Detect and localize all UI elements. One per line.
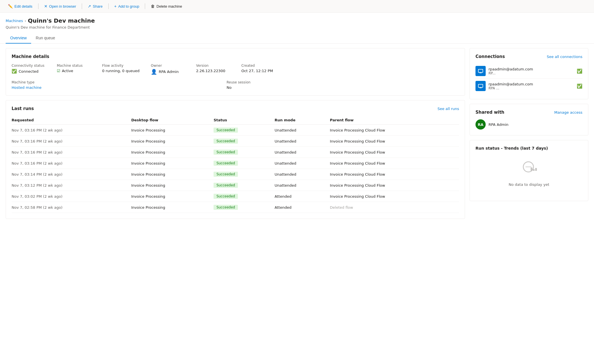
user-item: RA RPA Admin (475, 119, 582, 130)
shared-with-header: Shared with Manage access (475, 110, 582, 115)
connection-item: rpaadmin@adatum.comRP...✅ (475, 64, 582, 79)
connection-icon (475, 81, 486, 91)
last-runs-card: Last runs See all runs Requested Desktop… (6, 100, 465, 219)
version: Version 2.26.123.22300 (196, 64, 230, 75)
svg-rect-9 (531, 167, 532, 171)
svg-rect-10 (533, 169, 535, 171)
table-row[interactable]: Nov 7, 03:12 PM (2 wk ago)Invoice Proces… (12, 180, 459, 191)
table-row[interactable]: Nov 7, 03:14 PM (2 wk ago)Invoice Proces… (12, 169, 459, 180)
manage-access-link[interactable]: Manage access (554, 110, 582, 115)
machine-type: Machine type Hosted machine (12, 80, 46, 90)
add-icon: + (114, 4, 117, 8)
external-link-icon: ✕ (44, 4, 48, 8)
connection-status-icon: ✅ (577, 68, 582, 74)
edit-details-button[interactable]: ✏️ Edit details (5, 2, 36, 10)
svg-rect-11 (535, 168, 537, 171)
connections-list: rpaadmin@adatum.comRP...✅rpaadmin@adatum… (475, 64, 582, 93)
trends-title: Run status - Trends (last 7 days) (475, 146, 582, 150)
machine-details-card: Machine details Connectivity status ✅ Co… (6, 48, 465, 96)
shared-with-card: Shared with Manage access RA RPA Admin (470, 104, 588, 135)
svg-rect-3 (480, 72, 481, 73)
table-row[interactable]: Nov 7, 02:58 PM (2 wk ago)Invoice Proces… (12, 202, 459, 213)
delete-icon: 🗑 (151, 4, 155, 8)
see-all-runs-link[interactable]: See all runs (438, 107, 459, 111)
machine-status: Machine status ☑ Active (57, 64, 91, 75)
toolbar-separator-2 (82, 3, 82, 9)
see-all-connections-link[interactable]: See all connections (547, 55, 582, 59)
col-requested: Requested (12, 116, 131, 125)
connections-card: Connections See all connections rpaadmin… (470, 48, 588, 99)
open-browser-button[interactable]: ✕ Open in browser (41, 2, 79, 10)
toolbar: ✏️ Edit details ✕ Open in browser ↗ Shar… (0, 0, 594, 13)
owner: Owner 👤 RPA Admin (151, 64, 185, 75)
svg-rect-7 (480, 87, 481, 88)
page-title: Quinn's Dev machine (28, 17, 95, 24)
toolbar-separator-3 (108, 3, 109, 9)
toolbar-separator-4 (145, 3, 145, 9)
tab-overview[interactable]: Overview (6, 33, 31, 44)
svg-rect-1 (479, 70, 483, 72)
breadcrumb-area: Machines › Quinn's Dev machine Quinn's D… (0, 13, 594, 33)
details-row-2: Machine type Hosted machine Reuse sessio… (12, 80, 459, 90)
main-layout: Machine details Connectivity status ✅ Co… (0, 44, 594, 223)
page-subtitle: Quinn's Dev machine for Finance Departme… (6, 24, 588, 32)
shared-with-title: Shared with (475, 110, 504, 115)
share-button[interactable]: ↗ Share (84, 2, 106, 10)
no-data-label: No data to display yet (509, 182, 549, 187)
toolbar-separator (38, 3, 38, 9)
table-row[interactable]: Nov 7, 03:16 PM (2 wk ago)Invoice Proces… (12, 125, 459, 136)
last-runs-title: Last runs (12, 106, 34, 111)
table-row[interactable]: Nov 7, 03:02 PM (2 wk ago)Invoice Proces… (12, 191, 459, 202)
col-desktop-flow: Desktop flow (131, 116, 214, 125)
col-run-mode: Run mode (275, 116, 330, 125)
breadcrumb: Machines › Quinn's Dev machine (6, 17, 588, 24)
col-parent-flow: Parent flow (330, 116, 459, 125)
owner-avatar-icon: 👤 (151, 69, 157, 75)
active-checkbox-icon: ☑ (57, 69, 60, 73)
connection-status-icon: ✅ (577, 83, 582, 89)
svg-rect-5 (479, 85, 483, 87)
table-row[interactable]: Nov 7, 03:16 PM (2 wk ago)Invoice Proces… (12, 147, 459, 158)
breadcrumb-parent[interactable]: Machines (6, 19, 23, 23)
svg-rect-2 (479, 73, 482, 73)
col-status: Status (214, 116, 275, 125)
no-data-chart-icon (520, 159, 538, 180)
share-icon: ↗ (88, 4, 91, 8)
avatar: RA (475, 119, 486, 130)
flow-activity: Flow activity 0 running, 0 queued (102, 64, 139, 75)
connection-item: rpaadmin@adatum.comRPA ...✅ (475, 79, 582, 93)
machine-details-title: Machine details (12, 54, 459, 59)
left-panel: Machine details Connectivity status ✅ Co… (6, 48, 465, 219)
runs-table: Requested Desktop flow Status Run mode P… (12, 116, 459, 213)
connection-icon (475, 66, 486, 76)
connections-header: Connections See all connections (475, 54, 582, 59)
add-group-button[interactable]: + Add to group (111, 2, 143, 10)
created: Created Oct 27, 12:12 PM (241, 64, 275, 75)
table-row[interactable]: Nov 7, 03:16 PM (2 wk ago)Invoice Proces… (12, 136, 459, 147)
delete-machine-button[interactable]: 🗑 Delete machine (147, 2, 185, 10)
right-panel: Connections See all connections rpaadmin… (470, 48, 588, 219)
svg-rect-6 (479, 88, 482, 88)
run-trends-card: Run status - Trends (last 7 days) No dat… (470, 140, 588, 201)
connected-icon: ✅ (12, 69, 17, 74)
reuse-session: Reuse session No (227, 80, 261, 90)
table-row[interactable]: Nov 7, 03:16 PM (2 wk ago)Invoice Proces… (12, 158, 459, 169)
no-data-area: No data to display yet (475, 150, 582, 195)
tab-run-queue[interactable]: Run queue (31, 33, 60, 44)
tab-bar: Overview Run queue (0, 33, 594, 44)
connectivity-status: Connectivity status ✅ Connected (12, 64, 46, 75)
connections-title: Connections (475, 54, 505, 59)
user-name: RPA Admin (488, 122, 509, 127)
details-row-1: Connectivity status ✅ Connected Machine … (12, 64, 459, 75)
last-runs-header: Last runs See all runs (12, 106, 459, 111)
breadcrumb-separator: › (25, 19, 26, 23)
edit-icon: ✏️ (8, 4, 13, 8)
